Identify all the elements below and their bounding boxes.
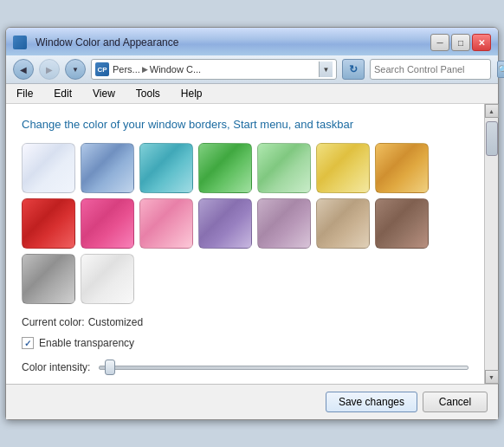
forward-button[interactable]: ▶ [39, 59, 60, 80]
menu-bar: File Edit View Tools Help [6, 84, 498, 104]
menu-tools[interactable]: Tools [132, 86, 164, 101]
content-area: Change the color of your window borders,… [6, 104, 498, 384]
back-button[interactable]: ◀ [13, 59, 34, 80]
scrollbar-thumb[interactable] [486, 121, 498, 156]
intensity-slider-thumb[interactable] [105, 360, 115, 375]
nav-bar: ◀ ▶ ▼ CP Pers... ▶ Window C... ▼ ↻ 🔍 [6, 55, 498, 84]
maximize-button[interactable]: □ [451, 34, 470, 51]
address-bar[interactable]: CP Pers... ▶ Window C... ▼ [91, 59, 337, 80]
color-row-2 [22, 198, 468, 249]
color-swatch-red[interactable] [22, 198, 75, 249]
search-input[interactable] [374, 64, 494, 74]
cancel-button[interactable]: Cancel [423, 392, 488, 412]
menu-edit[interactable]: Edit [50, 86, 75, 101]
title-bar: Window Color and Appearance ─ □ ✕ [6, 28, 498, 55]
color-swatch-gray[interactable] [22, 254, 75, 304]
color-grid [22, 143, 468, 304]
search-button[interactable]: 🔍 [497, 61, 504, 78]
color-row-1 [22, 143, 468, 193]
intensity-slider-track[interactable] [99, 366, 468, 370]
title-bar-buttons: ─ □ ✕ [430, 34, 491, 51]
menu-file[interactable]: File [13, 86, 36, 101]
current-color-row: Current color: Customized [22, 316, 468, 328]
window-title: Window Color and Appearance [36, 36, 425, 49]
current-color-label: Current color: [22, 316, 85, 328]
intensity-row: Color intensity: [22, 361, 468, 373]
intensity-label: Color intensity: [22, 361, 90, 373]
scrollbar-down-button[interactable]: ▼ [485, 370, 499, 384]
color-swatch-brown[interactable] [375, 198, 429, 249]
refresh-button[interactable]: ↻ [342, 59, 365, 80]
minimize-button[interactable]: ─ [430, 34, 449, 51]
checkbox-checkmark: ✓ [24, 339, 31, 348]
footer: Save changes Cancel [6, 384, 498, 419]
transparency-label: Enable transparency [39, 337, 134, 349]
color-swatch-mauve[interactable] [257, 198, 311, 249]
color-swatch-gold[interactable] [375, 143, 429, 193]
menu-help[interactable]: Help [178, 86, 206, 101]
address-part1: Pers... [113, 64, 140, 74]
main-window: Window Color and Appearance ─ □ ✕ ◀ ▶ ▼ … [5, 27, 499, 420]
scrollbar-track[interactable] [485, 156, 498, 370]
address-part2: Window C... [150, 64, 201, 74]
color-swatch-pink-hot[interactable] [81, 198, 134, 249]
address-dropdown-button[interactable]: ▼ [319, 62, 333, 77]
close-button[interactable]: ✕ [472, 34, 491, 51]
transparency-row: ✓ Enable transparency [22, 337, 468, 349]
color-swatch-white[interactable] [22, 143, 75, 193]
color-swatch-pink-light[interactable] [139, 198, 193, 249]
color-swatch-yellow[interactable] [316, 143, 370, 193]
search-box[interactable]: 🔍 [370, 59, 491, 80]
transparency-checkbox[interactable]: ✓ [22, 337, 34, 349]
color-swatch-purple[interactable] [198, 198, 252, 249]
scrollbar: ▲ ▼ [484, 104, 498, 384]
address-separator: ▶ [142, 65, 148, 74]
address-bar-icon: CP [95, 62, 109, 76]
address-text: Pers... ▶ Window C... [113, 64, 319, 74]
color-row-3 [22, 254, 468, 304]
menu-view[interactable]: View [89, 86, 119, 101]
scrollbar-up-button[interactable]: ▲ [485, 104, 499, 118]
color-swatch-beige[interactable] [316, 198, 370, 249]
current-color-value: Customized [88, 316, 143, 328]
main-content: Change the color of your window borders,… [6, 104, 484, 384]
color-swatch-light-green[interactable] [257, 143, 311, 193]
color-swatch-teal[interactable] [139, 143, 193, 193]
window-icon [13, 36, 27, 49]
color-swatch-white2[interactable] [81, 254, 134, 304]
recent-button[interactable]: ▼ [65, 59, 86, 80]
page-title: Change the color of your window borders,… [22, 118, 468, 131]
color-swatch-green[interactable] [198, 143, 252, 193]
color-swatch-blue-gray[interactable] [81, 143, 134, 193]
save-changes-button[interactable]: Save changes [326, 392, 417, 412]
